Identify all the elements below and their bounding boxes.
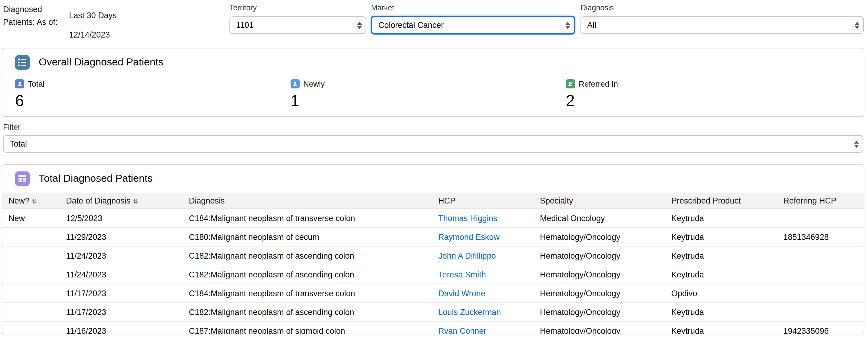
- cell-diagnosis: C180:Malignant neoplasm of cecum: [183, 227, 432, 246]
- table-row: 11/16/2023C187:Malignant neoplasm of sig…: [2, 321, 864, 334]
- as-of-label: Diagnosed Patients: As of:: [3, 3, 62, 41]
- kpi-referred-label: Referred In: [579, 79, 618, 88]
- cell-date-of-diagnosis: 11/24/2023: [60, 265, 183, 284]
- filter-select[interactable]: Total: [3, 135, 863, 153]
- table-row: 11/24/2023C182:Malignant neoplasm of asc…: [2, 246, 864, 265]
- hcp-link[interactable]: David Wrone: [438, 289, 486, 298]
- cell-hcp: David Wrone: [432, 284, 534, 303]
- market-selected-value: Colorectal Cancer: [378, 21, 444, 30]
- cell-new: [2, 265, 60, 284]
- referred-in-icon: [566, 79, 575, 88]
- new-patient-icon: [290, 79, 300, 88]
- table-body: New12/5/2023C184:Malignant neoplasm of t…: [2, 209, 864, 334]
- col-referring-hcp[interactable]: Referring HCP: [777, 193, 864, 209]
- col-date-of-diagnosis[interactable]: Date of Diagnosis⇅: [60, 193, 183, 209]
- cell-hcp: Raymond Eskow: [432, 227, 534, 246]
- cell-referring-hcp: 1942335096: [777, 321, 864, 334]
- cell-date-of-diagnosis: 11/17/2023: [60, 303, 183, 321]
- market-filter: Market Colorectal Cancer: [371, 4, 575, 34]
- kpi-total-label: Total: [28, 79, 44, 88]
- kpi-total-value: 6: [15, 91, 290, 110]
- kpi-newly-label: Newly: [303, 79, 325, 88]
- hcp-link[interactable]: Ryan Conner: [438, 326, 486, 334]
- hcp-link[interactable]: Raymond Eskow: [438, 232, 500, 242]
- cell-date-of-diagnosis: 11/29/2023: [60, 227, 183, 246]
- table-card-title: Total Diagnosed Patients: [39, 173, 153, 185]
- cell-referring-hcp: [777, 265, 864, 284]
- cell-hcp: Louis Zuckerman: [432, 303, 534, 321]
- filter-selected-value: Total: [10, 139, 27, 148]
- diagnosis-filter: Diagnosis All: [581, 4, 864, 34]
- kpi-total: Total 6: [15, 79, 290, 110]
- cell-date-of-diagnosis: 12/5/2023: [60, 209, 183, 227]
- market-select[interactable]: Colorectal Cancer: [371, 16, 575, 34]
- as-of-date-value: 12/14/2023: [69, 28, 117, 41]
- cell-referring-hcp: [777, 303, 864, 321]
- cell-diagnosis: C184:Malignant neoplasm of transverse co…: [183, 284, 432, 303]
- cell-referring-hcp: 1851346928: [777, 227, 864, 246]
- top-bar: Diagnosed Patients: As of: Last 30 Days …: [0, 0, 868, 48]
- cell-new: New: [2, 209, 60, 227]
- cell-referring-hcp: [777, 209, 864, 227]
- cell-referring-hcp: [777, 246, 864, 265]
- cell-prescribed-product: Keytruda: [665, 227, 777, 246]
- kpi-referred-value: 2: [566, 91, 841, 110]
- kpi-newly: Newly 1: [290, 79, 566, 110]
- cell-specialty: Hematology/Oncology: [534, 246, 665, 265]
- select-stepper-icon: [855, 22, 860, 29]
- overall-card-title: Overall Diagnosed Patients: [39, 56, 163, 68]
- select-stepper-icon: [565, 22, 570, 29]
- col-prescribed-product[interactable]: Prescribed Product: [665, 193, 777, 209]
- kpi-row: Total 6 Newly 1 Referred In: [2, 70, 864, 110]
- table-row: 11/24/2023C182:Malignant neoplasm of asc…: [2, 265, 864, 284]
- period-value: Last 30 Days: [69, 9, 117, 22]
- hcp-link[interactable]: Thomas Higgins: [438, 214, 497, 223]
- table-row: 11/29/2023C180:Malignant neoplasm of cec…: [2, 227, 864, 246]
- sort-icon: ⇅: [32, 198, 37, 205]
- patients-label: Diagnosed Patients:: [3, 5, 42, 27]
- territory-select[interactable]: 1101: [229, 16, 366, 34]
- filter-section: Filter Total: [3, 122, 863, 153]
- patients-table: New?⇅ Date of Diagnosis⇅ Diagnosis HCP S…: [2, 193, 864, 334]
- diagnosis-selected-value: All: [587, 21, 596, 30]
- cell-prescribed-product: Keytruda: [665, 303, 777, 321]
- territory-selected-value: 1101: [236, 21, 254, 30]
- dashboard: Diagnosed Patients: As of: Last 30 Days …: [0, 0, 868, 338]
- hcp-link[interactable]: John A Difillippo: [438, 251, 496, 260]
- cell-prescribed-product: Keytruda: [665, 246, 777, 265]
- col-date-label: Date of Diagnosis: [66, 196, 130, 205]
- filter-label: Filter: [3, 122, 863, 132]
- territory-label: Territory: [229, 4, 366, 12]
- col-specialty[interactable]: Specialty: [534, 193, 665, 209]
- hcp-link[interactable]: Teresa Smith: [438, 270, 486, 279]
- diagnosis-select[interactable]: All: [581, 16, 864, 34]
- cell-diagnosis: C182:Malignant neoplasm of ascending col…: [183, 246, 432, 265]
- cell-diagnosis: C184:Malignant neoplasm of transverse co…: [183, 209, 432, 227]
- cell-prescribed-product: Keytruda: [665, 321, 777, 334]
- card-header: Total Diagnosed Patients: [2, 165, 864, 186]
- cell-hcp: John A Difillippo: [432, 246, 534, 265]
- cell-specialty: Hematology/Oncology: [534, 227, 665, 246]
- cell-diagnosis: C187:Malignant neoplasm of sigmoid colon: [183, 321, 432, 334]
- sort-icon: ⇅: [133, 198, 138, 205]
- total-diagnosed-patients-card: Total Diagnosed Patients New?⇅ Date of D…: [2, 164, 864, 334]
- cell-specialty: Hematology/Oncology: [534, 321, 665, 334]
- kpi-newly-value: 1: [290, 91, 566, 110]
- col-diagnosis[interactable]: Diagnosis: [183, 193, 432, 209]
- hcp-link[interactable]: Louis Zuckerman: [438, 307, 501, 316]
- select-stepper-icon: [854, 140, 859, 147]
- overall-diagnosed-patients-card: Overall Diagnosed Patients Total 6 Newly: [2, 48, 864, 117]
- table-row: 11/17/2023C182:Malignant neoplasm of asc…: [2, 303, 864, 321]
- cell-specialty: Hematology/Oncology: [534, 265, 665, 284]
- as-of-values: Last 30 Days 12/14/2023: [69, 3, 117, 41]
- territory-filter: Territory 1101: [229, 4, 366, 34]
- col-new[interactable]: New?⇅: [2, 193, 60, 209]
- table-row: New12/5/2023C184:Malignant neoplasm of t…: [2, 209, 864, 227]
- card-header: Overall Diagnosed Patients: [2, 49, 864, 70]
- col-hcp[interactable]: HCP: [432, 193, 534, 209]
- diagnosis-label: Diagnosis: [581, 4, 864, 12]
- cell-prescribed-product: Keytruda: [665, 209, 777, 227]
- cell-new: [2, 246, 60, 265]
- cell-hcp: Thomas Higgins: [432, 209, 534, 227]
- cell-new: [2, 321, 60, 334]
